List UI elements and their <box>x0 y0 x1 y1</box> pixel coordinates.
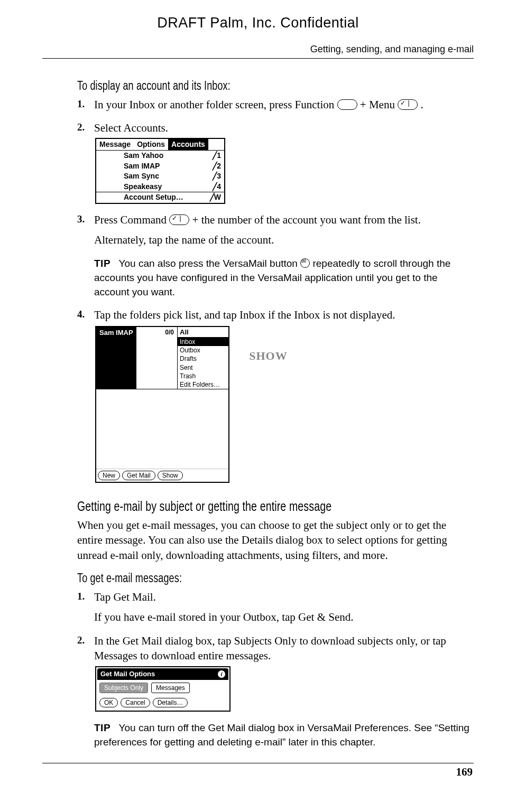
tip-block-2: TIP You can turn off the Get Mail dialog… <box>94 721 471 749</box>
details-button: Details… <box>153 698 188 707</box>
picklist-option: Trash <box>178 372 228 380</box>
get-mail-button: Get Mail <box>122 471 155 480</box>
picklist-option: Edit Folders… <box>178 380 228 389</box>
step-4: 4. Tap the folders pick list, and tap In… <box>77 307 471 488</box>
step-1-text-c: . <box>420 98 423 111</box>
draft-confidential-header: DRAFT Palm, Inc. Confidential <box>42 15 474 31</box>
versamail-button-icon <box>300 258 310 268</box>
step-1-text-b: + Menu <box>360 98 398 111</box>
app-count: 0/0 <box>136 327 178 389</box>
new-button: New <box>98 471 120 480</box>
menu-key-icon <box>398 99 418 110</box>
step-3: 3. Press Command + the number of the acc… <box>77 212 471 299</box>
step-number: 1. <box>77 97 85 111</box>
ok-button: OK <box>99 698 118 707</box>
tip-label: TIP <box>94 258 110 269</box>
step2-1: 1. Tap Get Mail. If you have e-mail stor… <box>77 590 471 625</box>
dialog-title: Get Mail Options <box>100 669 155 679</box>
menu-row: Sam Yahoo╱1 <box>96 151 224 161</box>
folder-picklist: All Inbox Outbox Drafts Sent Trash Edit … <box>178 327 228 389</box>
step-2: 2. Select Accounts. Message Options Acco… <box>77 120 471 203</box>
step2-1-subtext: If you have e-mail stored in your Outbox… <box>94 610 471 624</box>
step-number: 2. <box>77 120 85 134</box>
tip-1-text-a: You can also press the VersaMail button <box>119 258 301 269</box>
running-header: Getting, sending, and managing e-mail <box>42 44 474 58</box>
menu-row-setup: Account Setup…╱W <box>96 192 224 203</box>
callout-show: SHOW <box>249 348 287 364</box>
step-1-text-a: In your Inbox or another folder screen, … <box>94 98 337 111</box>
screenshot-accounts-menu: Message Options Accounts Sam Yahoo╱1 Sam… <box>95 138 225 204</box>
step-number: 1. <box>77 590 85 603</box>
app-title: Sam IMAP <box>96 327 136 389</box>
section-intro: When you get e-mail messages, you can ch… <box>77 518 471 563</box>
screenshot-get-mail-dialog: Get Mail Options Subjects Only Messages … <box>95 666 231 712</box>
step2-2-text: In the Get Mail dialog box, tap Subjects… <box>94 634 446 662</box>
menu-tab-options: Options <box>134 139 168 151</box>
menu-row: Sam Sync╱3 <box>96 171 224 182</box>
command-key-icon <box>169 214 189 225</box>
step-4-text: Tap the folders pick list, and tap Inbox… <box>94 309 395 321</box>
tip-2-text-b: later in this chapter. <box>285 736 375 748</box>
step-1: 1. In your Inbox or another folder scree… <box>77 97 471 112</box>
tip-label: TIP <box>94 722 110 733</box>
cancel-button: Cancel <box>121 698 150 707</box>
tip-2-text-a: You can turn off the Get Mail dialog box… <box>119 722 435 733</box>
subhead-get-email: To get e-mail messages: <box>77 570 384 586</box>
step2-2: 2. In the Get Mail dialog box, tap Subje… <box>77 633 471 750</box>
step-number: 4. <box>77 307 85 321</box>
step-3-text-b: + the number of the account you want fro… <box>192 213 421 226</box>
step2-1-text: Tap Get Mail. <box>94 591 156 603</box>
tab-subjects-only: Subjects Only <box>99 683 148 693</box>
step-number: 3. <box>77 212 85 226</box>
step-number: 2. <box>77 633 85 647</box>
menu-tab-message: Message <box>96 139 134 151</box>
header-rule <box>42 58 474 59</box>
screenshot-folder-picklist: Sam IMAP 0/0 All Inbox Outbox Drafts Sen… <box>95 326 229 483</box>
step-3-subtext: Alternately, tap the name of the account… <box>94 232 471 247</box>
picklist-option: Inbox <box>178 338 228 346</box>
footer-rule <box>42 763 474 763</box>
picklist-top: All <box>178 327 228 338</box>
picklist-option: Drafts <box>178 354 228 363</box>
step-3-text-a: Press Command <box>94 213 169 226</box>
tab-messages: Messages <box>151 683 190 693</box>
subhead-display-account: To display an account and its Inbox: <box>77 78 384 94</box>
picklist-option: Sent <box>178 363 228 372</box>
step-2-text: Select Accounts. <box>94 122 168 134</box>
section-head-getting-email: Getting e-mail by subject or getting the… <box>77 498 384 516</box>
info-icon <box>218 670 225 678</box>
menu-row: Speakeasy╱4 <box>96 182 224 192</box>
picklist-option: Outbox <box>178 346 228 354</box>
page-number: 169 <box>42 766 474 779</box>
tip-block-1: TIP You can also press the VersaMail but… <box>94 257 471 299</box>
menu-tab-accounts: Accounts <box>168 139 208 151</box>
show-button: Show <box>158 471 183 480</box>
function-key-icon <box>337 99 357 110</box>
menu-row: Sam IMAP╱2 <box>96 161 224 172</box>
